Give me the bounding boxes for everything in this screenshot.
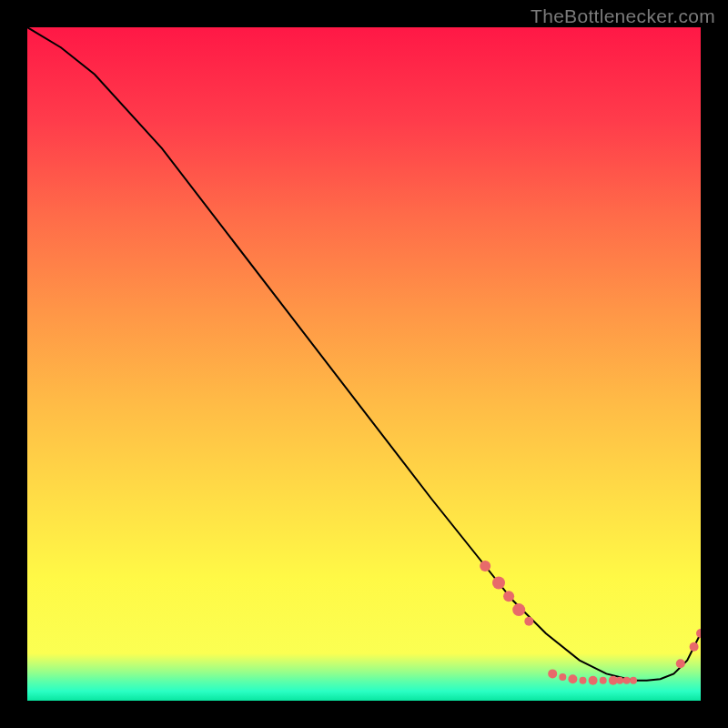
data-marker xyxy=(492,577,505,590)
data-marker xyxy=(630,677,637,684)
data-marker xyxy=(503,591,514,602)
data-marker xyxy=(548,669,557,678)
watermark-text: TheBottlenecker.com xyxy=(531,5,715,27)
data-marker xyxy=(623,677,631,684)
data-marker xyxy=(480,561,490,571)
data-marker xyxy=(512,603,525,616)
data-marker xyxy=(589,676,598,685)
data-marker xyxy=(676,659,685,668)
data-marker xyxy=(696,629,701,638)
data-marker xyxy=(690,642,699,652)
curve-svg xyxy=(27,27,701,701)
data-marker xyxy=(524,617,533,626)
data-marker xyxy=(580,677,587,684)
data-marker xyxy=(616,677,623,684)
chart-container: TheBottlenecker.com xyxy=(0,0,728,728)
plot-area xyxy=(27,27,701,701)
data-marker xyxy=(600,677,607,684)
data-marker xyxy=(568,674,577,683)
bottleneck-curve xyxy=(27,27,701,681)
data-marker xyxy=(559,673,566,681)
